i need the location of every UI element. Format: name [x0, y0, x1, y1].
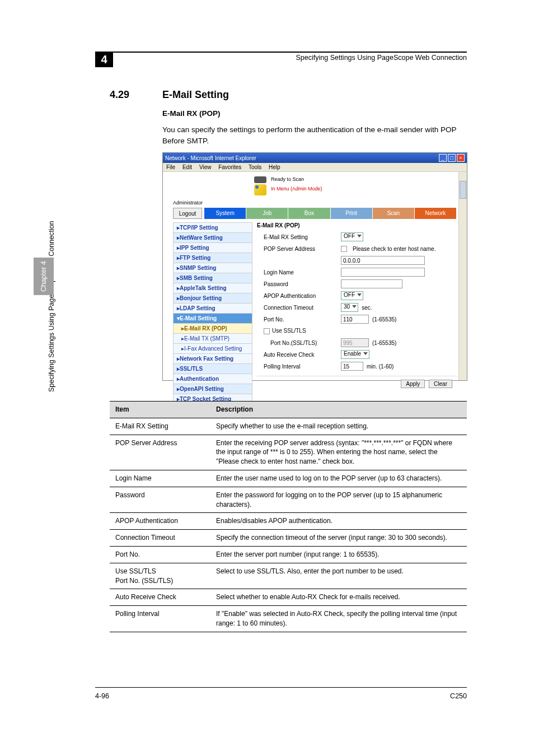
table-row: POP Server AddressEnter the receiving PO…: [110, 435, 467, 470]
side-chapter-tab: Chapter 4: [34, 258, 54, 295]
sidebar-item-ifax[interactable]: ▸I-Fax Advanced Setting: [173, 343, 252, 354]
col-item: Item: [110, 402, 210, 418]
sidebar-item-netware[interactable]: ▸NetWare Setting: [173, 232, 252, 243]
timeout-select[interactable]: 30: [341, 303, 358, 312]
timeout-label: Connection Timeout: [257, 305, 341, 311]
desc-cell: Enter the user name used to log on to th…: [210, 470, 467, 487]
apply-button[interactable]: Apply: [401, 380, 425, 388]
sidebar-item-snmp[interactable]: ▸SNMP Setting: [173, 263, 252, 273]
clear-button[interactable]: Clear: [429, 380, 452, 388]
model-number: C250: [450, 692, 467, 700]
tab-scan[interactable]: Scan: [373, 208, 415, 219]
sidebar-item-email-rx[interactable]: ▸E-Mail RX (POP): [173, 323, 252, 334]
sidebar-item-openapi[interactable]: ▸OpenAPI Setting: [173, 384, 252, 394]
ie-window: Network - Microsoft Internet Explorer _ …: [162, 152, 467, 381]
apop-label: APOP Authentication: [257, 293, 341, 299]
tab-print[interactable]: Print: [331, 208, 373, 219]
running-header: Specifying Settings Using PageScope Web …: [296, 54, 467, 62]
tab-network[interactable]: Network: [415, 208, 457, 219]
apop-select[interactable]: OFF: [341, 291, 363, 300]
table-row: PasswordEnter the password for logging o…: [110, 487, 467, 513]
rx-setting-label: E-Mail RX Setting: [257, 234, 341, 240]
desc-cell: Select whether to enable Auto-RX Check f…: [210, 589, 467, 606]
desc-cell: Specify the connection timeout of the se…: [210, 530, 467, 547]
sidebar-item-smb[interactable]: ▸SMB Setting: [173, 273, 252, 283]
desc-cell: If "Enable" was selected in Auto-RX Chec…: [210, 606, 467, 632]
sidebar-item-ipp[interactable]: ▸IPP Setting: [173, 242, 252, 253]
desc-cell: Enter the server port number (input rang…: [210, 546, 467, 563]
item-cell: E-Mail RX Setting: [110, 418, 210, 435]
polling-label: Polling Interval: [257, 363, 341, 370]
item-cell: Login Name: [110, 470, 210, 487]
sslport-input: [341, 338, 369, 347]
pop-address-label: POP Server Address: [257, 246, 341, 252]
polling-input[interactable]: [341, 362, 363, 371]
login-name-input[interactable]: [341, 268, 425, 277]
tab-system[interactable]: System: [204, 208, 246, 219]
sidebar-item-ftp[interactable]: ▸FTP Setting: [173, 253, 252, 263]
page-number: 4-96: [95, 692, 109, 700]
sslport-label: Port No.(SSL/TLS): [257, 340, 341, 346]
printer-status-text: Ready to Scan: [271, 176, 304, 182]
port-label: Port No.: [257, 316, 341, 323]
tab-box[interactable]: Box: [288, 208, 330, 219]
menu-view[interactable]: View: [199, 164, 212, 170]
sidebar-item-ssltls[interactable]: ▸SSL/TLS: [173, 363, 252, 374]
sidebar-item-netfax[interactable]: ▸Network Fax Setting: [173, 353, 252, 364]
tab-job[interactable]: Job: [246, 208, 288, 219]
side-running-text: Specifying Settings Using PageScope Web …: [48, 221, 55, 392]
sidebar-item-auth[interactable]: ▸Authentication: [173, 374, 252, 384]
menu-edit[interactable]: Edit: [182, 164, 192, 170]
desc-cell: Enter the password for logging on to the…: [210, 487, 467, 513]
table-row: Auto Receive CheckSelect whether to enab…: [110, 589, 467, 606]
item-cell: Password: [110, 487, 210, 513]
sidebar-item-email[interactable]: ▾E-Mail Setting: [173, 313, 252, 324]
menu-file[interactable]: File: [166, 164, 175, 170]
printer-status-icon: [254, 176, 266, 183]
password-label: Password: [257, 281, 341, 287]
sidebar-item-bonjour[interactable]: ▸Bonjour Setting: [173, 293, 252, 304]
settings-sidebar: ▸TCP/IP Setting ▸NetWare Setting ▸IPP Se…: [173, 222, 252, 404]
item-cell: Use SSL/TLS Port No. (SSL/TLS): [110, 563, 210, 589]
close-icon[interactable]: ×: [457, 154, 465, 162]
desc-cell: Enables/disables APOP authentication.: [210, 513, 467, 530]
pop-address-input[interactable]: [341, 256, 425, 265]
sidebar-item-ldap[interactable]: ▸LDAP Setting: [173, 303, 252, 314]
sslport-range: (1-65535): [372, 340, 396, 346]
section-number: 4.29: [110, 89, 129, 101]
menu-favorites[interactable]: Favorites: [218, 164, 241, 170]
menu-tools[interactable]: Tools: [249, 164, 261, 170]
form-title: E-Mail RX (POP): [257, 222, 457, 228]
item-cell: APOP Authentication: [110, 513, 210, 530]
item-cell: Auto Receive Check: [110, 589, 210, 606]
table-row: Port No.Enter the server port number (in…: [110, 546, 467, 563]
minimize-icon[interactable]: _: [439, 154, 447, 162]
autorx-select[interactable]: Enable: [341, 350, 369, 359]
menu-help[interactable]: Help: [269, 164, 280, 170]
rx-setting-select[interactable]: OFF: [341, 232, 363, 241]
desc-cell: Enter the receiving POP server address (…: [210, 435, 467, 470]
sidebar-item-tcpip[interactable]: ▸TCP/IP Setting: [173, 222, 252, 233]
hostname-checkbox[interactable]: [341, 246, 347, 252]
logout-button[interactable]: Logout: [173, 208, 202, 219]
maximize-icon[interactable]: □: [448, 154, 456, 162]
table-row: Connection TimeoutSpecify the connection…: [110, 530, 467, 547]
table-row: APOP AuthenticationEnables/disables APOP…: [110, 513, 467, 530]
description-table: Item Description E-Mail RX SettingSpecif…: [110, 401, 467, 632]
form-panel: E-Mail RX (POP) E-Mail RX SettingOFF POP…: [252, 222, 457, 404]
password-input[interactable]: [341, 279, 402, 288]
sidebar-item-email-tx[interactable]: ▸E-Mail TX (SMTP): [173, 333, 252, 344]
item-cell: Connection Timeout: [110, 530, 210, 547]
hostname-hint: Please check to enter host name.: [353, 246, 435, 252]
desc-cell: Specify whether to use the e-mail recept…: [210, 418, 467, 435]
ie-menu-bar: File Edit View Favorites Tools Help: [163, 163, 467, 172]
vertical-scrollbar[interactable]: [458, 172, 467, 380]
item-cell: POP Server Address: [110, 435, 210, 470]
item-cell: Port No.: [110, 546, 210, 563]
sidebar-item-appletalk[interactable]: ▸AppleTalk Setting: [173, 283, 252, 293]
port-input[interactable]: [341, 315, 369, 324]
section-title: E-Mail Setting: [162, 89, 229, 101]
col-desc: Description: [210, 402, 467, 418]
ssl-checkbox[interactable]: [264, 328, 270, 334]
table-row: E-Mail RX SettingSpecify whether to use …: [110, 418, 467, 435]
